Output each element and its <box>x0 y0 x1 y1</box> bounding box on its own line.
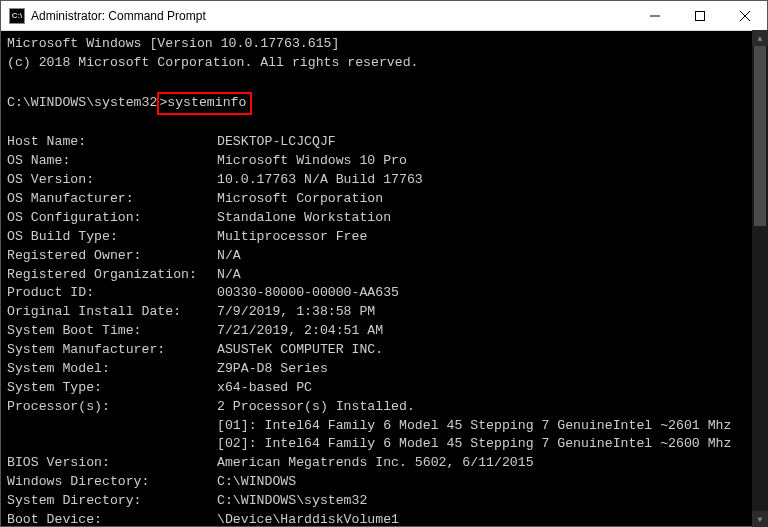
maximize-button[interactable] <box>677 1 722 31</box>
processors-row: Processor(s):2 Processor(s) Installed. <box>7 398 761 417</box>
info-label: Registered Organization: <box>7 266 217 285</box>
info-label: Original Install Date: <box>7 303 217 322</box>
info-row: Registered Owner:N/A <box>7 247 761 266</box>
info-value: 7/9/2019, 1:38:58 PM <box>217 304 375 319</box>
processor-detail: [02]: Intel64 Family 6 Model 45 Stepping… <box>217 436 731 451</box>
info-label: OS Build Type: <box>7 228 217 247</box>
console-area[interactable]: Microsoft Windows [Version 10.0.17763.61… <box>1 31 767 526</box>
info-value: Microsoft Corporation <box>217 191 383 206</box>
info-label: OS Version: <box>7 171 217 190</box>
info-value: Z9PA-D8 Series <box>217 361 328 376</box>
scroll-down-arrow-icon[interactable]: ▼ <box>752 511 768 527</box>
scrollbar-track[interactable] <box>752 46 768 511</box>
processor-detail: [01]: Intel64 Family 6 Model 45 Stepping… <box>217 418 731 433</box>
info-label: Product ID: <box>7 284 217 303</box>
info-label: Boot Device: <box>7 511 217 526</box>
info-row: System Boot Time:7/21/2019, 2:04:51 AM <box>7 322 761 341</box>
info-value: 00330-80000-00000-AA635 <box>217 285 399 300</box>
header-line-2: (c) 2018 Microsoft Corporation. All righ… <box>7 55 419 70</box>
prompt-path: C:\WINDOWS\system32 <box>7 95 157 110</box>
maximize-icon <box>695 11 705 21</box>
command-prompt-window: C:\ Administrator: Command Prompt Micros… <box>0 0 768 527</box>
processors-summary: 2 Processor(s) Installed. <box>217 399 415 414</box>
window-title: Administrator: Command Prompt <box>31 9 206 23</box>
close-icon <box>740 11 750 21</box>
info-row: Registered Organization:N/A <box>7 266 761 285</box>
info-value: 7/21/2019, 2:04:51 AM <box>217 323 383 338</box>
info-label: System Directory: <box>7 492 217 511</box>
info-label: BIOS Version: <box>7 454 217 473</box>
info-value: Standalone Workstation <box>217 210 391 225</box>
info-label: Host Name: <box>7 133 217 152</box>
info-value: \Device\HarddiskVolume1 <box>217 512 399 526</box>
scrollbar-thumb[interactable] <box>754 46 766 226</box>
minimize-button[interactable] <box>632 1 677 31</box>
info-row: OS Build Type:Multiprocessor Free <box>7 228 761 247</box>
info-row: System Manufacturer:ASUSTeK COMPUTER INC… <box>7 341 761 360</box>
info-value: DESKTOP-LCJCQJF <box>217 134 336 149</box>
info-row: Host Name:DESKTOP-LCJCQJF <box>7 133 761 152</box>
info-label: OS Configuration: <box>7 209 217 228</box>
info-value: C:\WINDOWS\system32 <box>217 493 367 508</box>
info-row: System Model:Z9PA-D8 Series <box>7 360 761 379</box>
header-line-1: Microsoft Windows [Version 10.0.17763.61… <box>7 36 339 51</box>
prompt-command: systeminfo <box>167 95 246 110</box>
processor-line: [02]: Intel64 Family 6 Model 45 Stepping… <box>7 435 761 454</box>
info-row: Windows Directory:C:\WINDOWS <box>7 473 761 492</box>
info-row: Boot Device:\Device\HarddiskVolume1 <box>7 511 761 526</box>
info-label: Registered Owner: <box>7 247 217 266</box>
minimize-icon <box>650 11 660 21</box>
vertical-scrollbar[interactable]: ▲ ▼ <box>752 30 768 527</box>
info-row: OS Version:10.0.17763 N/A Build 17763 <box>7 171 761 190</box>
command-highlight: >systeminfo <box>157 92 252 115</box>
info-label: OS Name: <box>7 152 217 171</box>
info-label: OS Manufacturer: <box>7 190 217 209</box>
close-button[interactable] <box>722 1 767 31</box>
info-label: System Boot Time: <box>7 322 217 341</box>
titlebar[interactable]: C:\ Administrator: Command Prompt <box>1 1 767 31</box>
processor-line: [01]: Intel64 Family 6 Model 45 Stepping… <box>7 417 761 436</box>
info-value: N/A <box>217 248 241 263</box>
info-row: BIOS Version:American Megatrends Inc. 56… <box>7 454 761 473</box>
info-value: Multiprocessor Free <box>217 229 367 244</box>
info-label: System Manufacturer: <box>7 341 217 360</box>
info-value: American Megatrends Inc. 5602, 6/11/2015 <box>217 455 534 470</box>
cmd-icon: C:\ <box>9 8 25 24</box>
info-row: OS Name:Microsoft Windows 10 Pro <box>7 152 761 171</box>
info-value: x64-based PC <box>217 380 312 395</box>
processors-label: Processor(s): <box>7 398 217 417</box>
info-label: Windows Directory: <box>7 473 217 492</box>
info-value: ASUSTeK COMPUTER INC. <box>217 342 383 357</box>
info-row: System Directory:C:\WINDOWS\system32 <box>7 492 761 511</box>
info-value: C:\WINDOWS <box>217 474 296 489</box>
info-row: OS Configuration:Standalone Workstation <box>7 209 761 228</box>
info-value: 10.0.17763 N/A Build 17763 <box>217 172 423 187</box>
info-row: OS Manufacturer:Microsoft Corporation <box>7 190 761 209</box>
info-row: System Type:x64-based PC <box>7 379 761 398</box>
scroll-up-arrow-icon[interactable]: ▲ <box>752 30 768 46</box>
svg-rect-1 <box>695 11 704 20</box>
info-row: Original Install Date:7/9/2019, 1:38:58 … <box>7 303 761 322</box>
info-value: N/A <box>217 267 241 282</box>
info-label: System Model: <box>7 360 217 379</box>
info-label: System Type: <box>7 379 217 398</box>
info-row: Product ID:00330-80000-00000-AA635 <box>7 284 761 303</box>
info-value: Microsoft Windows 10 Pro <box>217 153 407 168</box>
